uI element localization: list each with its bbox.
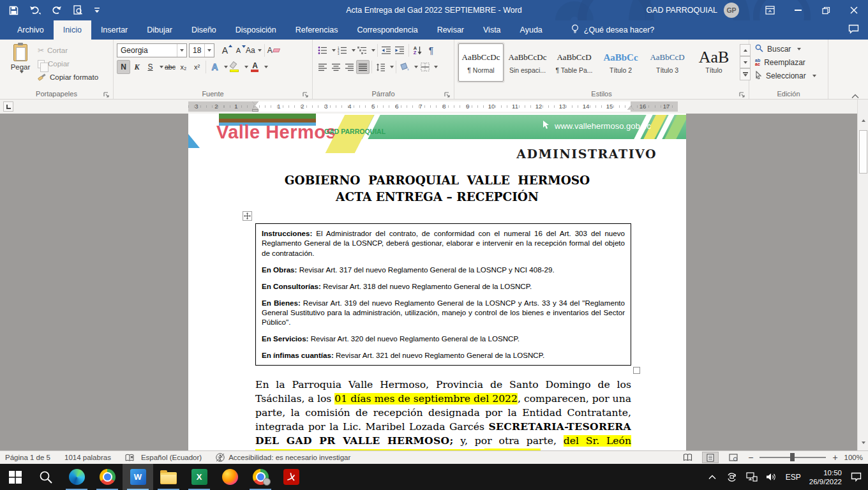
strikethrough-button[interactable]: abc xyxy=(163,60,177,74)
line-spacing-button[interactable] xyxy=(374,60,387,74)
taskbar-firefox-icon[interactable] xyxy=(214,464,245,490)
tab-correspondencia[interactable]: Correspondencia xyxy=(347,20,427,40)
font-size-combobox[interactable]: 18 xyxy=(189,43,214,57)
select-button[interactable]: Seleccionar xyxy=(752,69,825,82)
style-titulo-3[interactable]: AaBbCcD Título 3 xyxy=(645,43,690,82)
copy-button[interactable]: Copiar xyxy=(38,58,98,70)
taskbar-chrome-profile-icon[interactable] xyxy=(245,464,276,490)
left-indent-marker[interactable] xyxy=(252,109,258,112)
comments-icon[interactable] xyxy=(848,24,859,36)
sort-button[interactable]: AZ xyxy=(411,43,424,57)
text-effects-button[interactable]: A xyxy=(208,60,221,74)
chevron-down-icon[interactable] xyxy=(434,66,438,68)
vertical-scrollbar[interactable] xyxy=(857,100,868,450)
text-highlight-button[interactable] xyxy=(228,60,242,74)
scrollbar-thumb[interactable] xyxy=(859,130,867,174)
read-mode-icon[interactable] xyxy=(679,452,696,463)
save-icon[interactable] xyxy=(9,3,19,18)
accessibility-icon[interactable] xyxy=(216,453,225,462)
tab-selector[interactable] xyxy=(3,101,13,112)
scroll-up-icon[interactable] xyxy=(858,115,868,126)
dialog-launcher-icon[interactable] xyxy=(103,89,110,96)
taskbar-explorer-icon[interactable] xyxy=(153,464,184,490)
print-preview-icon[interactable] xyxy=(73,3,83,18)
tab-dibujar[interactable]: Dibujar xyxy=(137,20,182,40)
close-button[interactable] xyxy=(840,0,868,20)
clock[interactable]: 10:50 26/9/2022 xyxy=(809,468,842,486)
zoom-slider-handle[interactable] xyxy=(790,453,795,461)
right-indent-marker[interactable] xyxy=(627,106,634,110)
undo-icon[interactable] xyxy=(29,3,41,18)
table-resize-handle[interactable] xyxy=(633,367,640,374)
collapse-ribbon-icon[interactable] xyxy=(851,90,859,95)
tab-diseno[interactable]: Diseño xyxy=(182,20,226,40)
print-layout-icon[interactable] xyxy=(702,452,719,463)
minimize-button[interactable] xyxy=(784,0,812,20)
volume-icon[interactable] xyxy=(766,471,777,483)
avatar[interactable]: GP xyxy=(724,3,739,18)
accessibility-status[interactable]: Accesibilidad: es necesario investigar xyxy=(228,454,350,461)
show-marks-button[interactable]: ¶ xyxy=(424,43,438,57)
align-right-button[interactable] xyxy=(343,60,356,74)
instructions-table[interactable]: Instrucciones: El Administrador del cont… xyxy=(255,223,631,366)
dialog-launcher-icon[interactable] xyxy=(739,89,746,96)
bullets-button[interactable] xyxy=(316,43,329,57)
tab-ayuda[interactable]: Ayuda xyxy=(511,20,552,40)
replace-button[interactable]: ab ac Reemplazar xyxy=(752,56,825,69)
web-layout-icon[interactable] xyxy=(725,452,742,463)
taskbar-word-icon[interactable]: W xyxy=(123,464,153,490)
increase-indent-button[interactable] xyxy=(393,43,407,57)
paste-button[interactable]: Pegar xyxy=(3,42,38,89)
justify-button[interactable] xyxy=(356,60,370,74)
style-normal[interactable]: AaBbCcDc ¶ Normal xyxy=(458,43,504,82)
first-line-indent-marker[interactable] xyxy=(252,101,258,105)
network-icon[interactable] xyxy=(746,471,758,483)
zoom-out-button[interactable]: − xyxy=(748,453,753,462)
customize-qat-icon[interactable] xyxy=(94,3,100,18)
style-sin-espaciado[interactable]: AaBbCcDc Sin espaci... xyxy=(505,43,550,82)
account-name[interactable]: GAD PARROQUIAL xyxy=(646,6,717,15)
superscript-button[interactable]: x² xyxy=(190,60,204,74)
numbering-button[interactable]: 123 xyxy=(336,43,349,57)
shading-button[interactable] xyxy=(398,60,412,74)
tab-referencias[interactable]: Referencias xyxy=(286,20,348,40)
shrink-font-button[interactable]: A xyxy=(232,43,245,57)
find-button[interactable]: Buscar xyxy=(752,42,825,56)
italic-button[interactable]: K xyxy=(130,60,144,74)
table-move-handle-icon[interactable] xyxy=(243,211,252,221)
dialog-launcher-icon[interactable] xyxy=(444,89,451,96)
action-center-icon[interactable] xyxy=(850,471,862,483)
grow-font-button[interactable]: A xyxy=(218,43,232,57)
align-left-button[interactable] xyxy=(316,60,329,74)
tab-disposicion[interactable]: Disposición xyxy=(226,20,286,40)
tab-inicio[interactable]: Inicio xyxy=(54,20,91,40)
cut-button[interactable]: ✂ Cortar xyxy=(38,45,98,56)
style-titulo[interactable]: AaB Título xyxy=(691,43,737,82)
tab-insertar[interactable]: Insertar xyxy=(91,20,137,40)
tab-revisar[interactable]: Revisar xyxy=(428,20,474,40)
ribbon-display-options-icon[interactable] xyxy=(756,0,784,20)
zoom-level[interactable]: 100% xyxy=(844,454,863,461)
zoom-in-button[interactable]: + xyxy=(832,453,837,462)
document-page[interactable]: www.vallehermoso.gob.ec Valle Hermoso GA… xyxy=(188,114,686,450)
taskbar-search-icon[interactable] xyxy=(31,464,61,490)
bold-button[interactable]: N xyxy=(117,60,130,74)
change-case-button[interactable]: Aa xyxy=(245,43,262,57)
language-tray[interactable]: ESP xyxy=(786,473,801,482)
tab-archivo[interactable]: Archivo xyxy=(8,20,54,40)
horizontal-ruler[interactable]: 3 2 1 1 2 3 4 5 6 7 8 9 10 11 12 13 14 1… xyxy=(188,101,678,112)
align-center-button[interactable] xyxy=(329,60,343,74)
sync-devices-icon[interactable] xyxy=(726,471,738,483)
redo-icon[interactable] xyxy=(52,3,62,18)
borders-button[interactable] xyxy=(418,60,431,74)
tab-vista[interactable]: Vista xyxy=(474,20,511,40)
start-button[interactable] xyxy=(0,464,31,490)
taskbar-excel-icon[interactable]: X xyxy=(184,464,214,490)
restore-button[interactable] xyxy=(812,0,840,20)
font-family-combobox[interactable]: Georgia xyxy=(117,43,187,57)
chevron-down-icon[interactable] xyxy=(264,66,268,68)
style-titulo-2[interactable]: AaBbCc Título 2 xyxy=(598,43,643,82)
multilevel-list-button[interactable] xyxy=(355,43,369,57)
chevron-down-icon[interactable] xyxy=(371,49,375,52)
dialog-launcher-icon[interactable] xyxy=(303,89,310,96)
